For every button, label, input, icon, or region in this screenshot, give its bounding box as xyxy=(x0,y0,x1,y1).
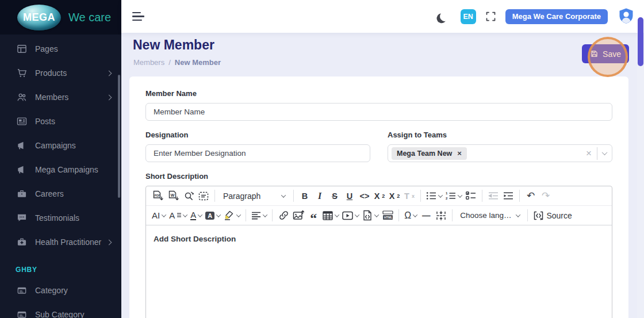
sidebar-item-health-practitioner[interactable]: Health Practitioner xyxy=(0,230,121,254)
topbar-actions: EN Mega We Care Corporate xyxy=(440,7,636,26)
page-title: New Member xyxy=(133,37,214,53)
dark-mode-icon[interactable] xyxy=(439,11,450,22)
megaphone-icon xyxy=(16,164,28,176)
sidebar-item-label: Health Practitioner xyxy=(35,237,107,247)
sidebar-item-category[interactable]: Category xyxy=(0,278,121,302)
html-embed-button[interactable]: HTML xyxy=(380,208,395,223)
remove-format-button[interactable]: Tx xyxy=(402,188,417,204)
editor-toolbar-row1: PDF W Paragraph B I S U <> X2 X2 xyxy=(146,186,612,206)
heading-dropdown[interactable]: Paragraph xyxy=(218,188,290,204)
sidebar-item-careers[interactable]: Careers xyxy=(0,182,121,206)
sidebar-item-label: Testimonials xyxy=(35,213,111,223)
bulleted-list-button[interactable] xyxy=(424,188,444,204)
main-content: New Member Members / New Member Save Mem… xyxy=(121,33,644,318)
newspaper-icon xyxy=(16,116,28,128)
export-word-button[interactable]: W xyxy=(166,188,181,204)
special-characters-button[interactable]: Ω xyxy=(402,208,419,223)
numbered-list-button[interactable]: 12 xyxy=(444,188,463,204)
designation-field: Designation xyxy=(145,131,370,162)
member-name-input[interactable] xyxy=(145,103,612,121)
italic-button[interactable]: I xyxy=(312,188,327,204)
chevron-down-icon xyxy=(516,212,520,217)
team-tag: Mega Team New × xyxy=(392,147,467,160)
sidebar-item-label: Category xyxy=(35,286,111,295)
language-badge[interactable]: EN xyxy=(461,9,476,24)
font-background-button[interactable]: A xyxy=(204,208,222,223)
fullscreen-icon[interactable] xyxy=(485,10,497,22)
underline-button[interactable]: U xyxy=(342,188,357,204)
redo-button[interactable]: ↷ xyxy=(538,188,553,204)
mega-logo-oval: MEGA xyxy=(17,5,61,30)
find-replace-button[interactable] xyxy=(181,188,196,204)
teams-multiselect[interactable]: Mega Team New × × xyxy=(388,144,612,162)
save-button[interactable]: Save xyxy=(582,44,629,63)
card-icon xyxy=(16,285,28,297)
window-scrollbar-track[interactable] xyxy=(637,33,644,318)
editor-content-area[interactable]: Add Short Description xyxy=(146,225,612,318)
select-all-button[interactable] xyxy=(196,188,211,204)
insert-image-button[interactable] xyxy=(291,208,306,223)
insert-table-button[interactable] xyxy=(321,208,340,223)
chevron-down-icon xyxy=(458,193,462,197)
link-button[interactable] xyxy=(276,208,291,223)
export-pdf-button[interactable]: PDF xyxy=(150,188,166,204)
topbar: EN Mega We Care Corporate xyxy=(121,0,644,33)
org-switcher-button[interactable]: Mega We Care Corporate xyxy=(505,9,608,24)
menu-toggle-icon[interactable] xyxy=(132,12,144,21)
sidebar-item-pages[interactable]: Pages xyxy=(0,37,121,61)
chat-bubble-icon xyxy=(16,212,28,224)
code-button[interactable]: <> xyxy=(357,188,372,204)
outdent-button[interactable] xyxy=(486,188,501,204)
remove-tag-icon[interactable]: × xyxy=(457,149,462,158)
highlight-button[interactable] xyxy=(222,208,242,223)
sidebar-nav: Pages Products Members Posts Campaigns M… xyxy=(0,35,121,318)
chevron-down-icon xyxy=(183,212,187,217)
sidebar-scrollbar-thumb[interactable] xyxy=(118,75,120,198)
strikethrough-button[interactable]: S xyxy=(327,188,342,204)
svg-text:PDF: PDF xyxy=(155,194,160,197)
sidebar-item-label: Mega Campaigns xyxy=(35,165,111,174)
sidebar-item-campaigns[interactable]: Campaigns xyxy=(0,133,121,158)
editor-toolbar-row2: AI A A A “ HTML xyxy=(146,206,612,225)
indent-button[interactable] xyxy=(501,188,516,204)
subscript-button[interactable]: X2 xyxy=(372,188,387,204)
insert-template-button[interactable] xyxy=(361,208,380,223)
sidebar-item-products[interactable]: Products xyxy=(0,61,121,85)
sidebar-item-posts[interactable]: Posts xyxy=(0,109,121,133)
font-size-button[interactable]: AI xyxy=(150,208,167,223)
chevron-down-icon xyxy=(374,212,379,217)
user-avatar[interactable] xyxy=(616,7,636,26)
superscript-button[interactable]: X2 xyxy=(387,188,402,204)
font-color-button[interactable]: A xyxy=(189,208,204,223)
brand-name: MEGA xyxy=(23,12,55,24)
designation-input[interactable] xyxy=(145,144,370,162)
sidebar-item-mega-campaigns[interactable]: Mega Campaigns xyxy=(0,158,121,182)
svg-text:1: 1 xyxy=(446,191,448,195)
page-break-button[interactable] xyxy=(434,208,448,223)
bold-button[interactable]: B xyxy=(297,188,312,204)
media-embed-button[interactable] xyxy=(340,208,361,223)
sidebar-item-testimonials[interactable]: Testimonials xyxy=(0,206,121,230)
block-quote-button[interactable]: “ xyxy=(306,208,321,223)
horizontal-line-button[interactable]: — xyxy=(419,208,434,223)
alignment-button[interactable] xyxy=(250,208,269,223)
undo-button[interactable]: ↶ xyxy=(523,188,538,204)
todo-list-button[interactable] xyxy=(463,188,478,204)
sidebar-item-label: Careers xyxy=(35,189,111,198)
sidebar-item-sub-category[interactable]: Sub Category xyxy=(0,302,121,318)
brand-logo[interactable]: MEGA We care xyxy=(0,0,121,35)
clear-select-icon[interactable]: × xyxy=(586,148,592,158)
breadcrumb-parent[interactable]: Members xyxy=(133,58,164,67)
chevron-down-icon[interactable] xyxy=(602,150,608,155)
language-dropdown[interactable]: Choose lang… xyxy=(456,208,524,223)
window-scrollbar-thumb[interactable] xyxy=(638,17,643,66)
source-button[interactable]: Source xyxy=(531,208,573,223)
select-divider xyxy=(597,147,597,160)
breadcrumb: Members / New Member xyxy=(133,58,221,67)
medical-bag-icon xyxy=(16,236,28,248)
briefcase-icon xyxy=(16,188,28,200)
floppy-save-icon xyxy=(590,49,599,58)
font-family-button[interactable]: A xyxy=(167,208,189,223)
breadcrumb-separator: / xyxy=(168,58,171,67)
sidebar-item-members[interactable]: Members xyxy=(0,85,121,109)
